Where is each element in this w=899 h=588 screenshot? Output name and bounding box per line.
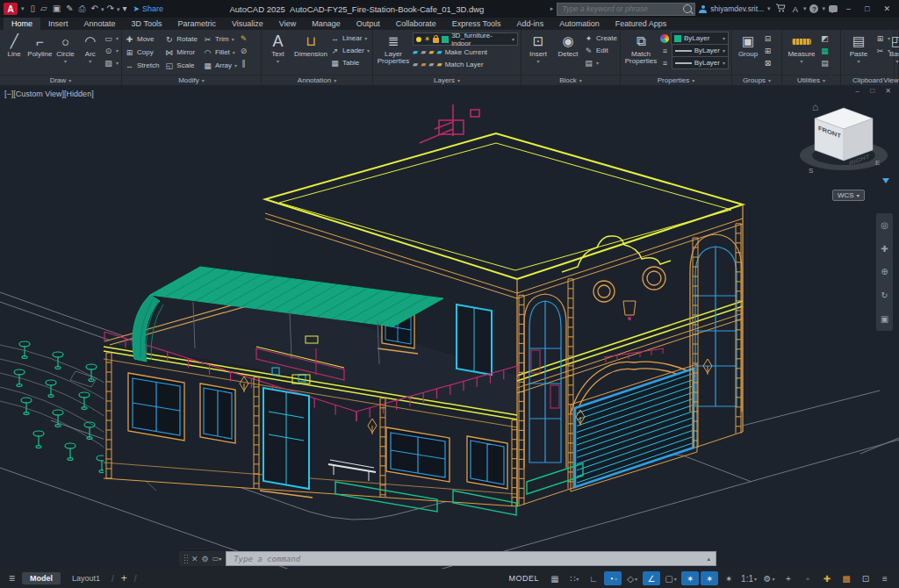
wcs-dropdown[interactable]: WCS▾ bbox=[832, 190, 865, 201]
view-panel-label[interactable]: View▾» bbox=[895, 75, 898, 85]
command-input[interactable] bbox=[232, 554, 707, 564]
ungroup-button[interactable]: ⊟ bbox=[763, 32, 773, 44]
quick-select-button[interactable]: ◩ bbox=[820, 32, 830, 44]
create-block-button[interactable]: ✦Create bbox=[584, 32, 617, 44]
ribbon-tab-view[interactable]: View bbox=[271, 18, 304, 30]
group-select-button[interactable]: ⊠ bbox=[763, 57, 773, 68]
autocad-logo-icon[interactable]: A bbox=[4, 3, 18, 15]
new-layout-button[interactable]: + bbox=[118, 572, 131, 584]
command-customize-wrench-icon[interactable]: ⚙ bbox=[202, 555, 209, 563]
calculator-button[interactable]: ▤ bbox=[820, 57, 830, 68]
plot-icon[interactable]: ⎙ bbox=[76, 4, 89, 13]
erase-button[interactable]: ✎ bbox=[239, 32, 248, 44]
object-color-dropdown[interactable]: ByLayer▾ bbox=[671, 32, 729, 45]
app-menu-caret-icon[interactable]: ▾ bbox=[21, 5, 25, 12]
search-icon[interactable] bbox=[683, 4, 692, 13]
make-current-row[interactable]: ▰ ▰ ▰ ▰ Make Current bbox=[413, 47, 518, 58]
layer-dropdown[interactable]: ☀ 3D_furniture-indoor ▾ bbox=[413, 32, 518, 46]
circle-button[interactable]: ○Circle▾ bbox=[54, 32, 76, 64]
rectangle-button[interactable]: ▭▾ bbox=[104, 32, 119, 44]
user-name[interactable]: shiyamdev.srit... bbox=[710, 4, 764, 13]
copy-clip-button[interactable]: ⊞▾ bbox=[875, 32, 890, 44]
app-store-cart-icon[interactable] bbox=[774, 4, 788, 14]
properties-panel-label[interactable]: Properties▾ bbox=[621, 75, 731, 85]
ribbon-tab-insert[interactable]: Insert bbox=[40, 18, 76, 30]
base-button[interactable]: ◰Base▾ bbox=[889, 32, 899, 64]
ribbon-tab-automation[interactable]: Automation bbox=[551, 18, 608, 30]
pan-icon[interactable]: ✚ bbox=[881, 244, 888, 254]
command-grip-handle[interactable] bbox=[183, 554, 188, 563]
rotate-button[interactable]: ↻Rotate bbox=[164, 33, 198, 45]
annotation-scale-icon[interactable]: ✶ bbox=[720, 571, 737, 585]
modify-panel-label[interactable]: Modify▾ bbox=[122, 75, 261, 85]
recent-commands-icon[interactable]: ▭▾ bbox=[212, 555, 222, 563]
isolate-objects-icon[interactable]: ✚ bbox=[818, 571, 836, 585]
user-avatar-icon[interactable] bbox=[699, 5, 707, 13]
osnap-icon[interactable]: ▢▾ bbox=[662, 571, 680, 585]
match-properties-button[interactable]: ⧉Match Properties bbox=[623, 32, 658, 66]
mirror-button[interactable]: ⋈Mirror bbox=[164, 47, 198, 58]
help-caret-icon[interactable]: ▾ bbox=[822, 5, 825, 12]
groups-panel-label[interactable]: Groups▾ bbox=[732, 75, 781, 85]
layout-menu-icon[interactable]: ≡ bbox=[5, 572, 18, 584]
copy-button[interactable]: ⊞Copy bbox=[125, 47, 159, 58]
ribbon-tab-manage[interactable]: Manage bbox=[304, 18, 349, 30]
ortho-icon[interactable]: ∟ bbox=[585, 571, 602, 585]
osnap-tracking-icon[interactable]: ∠ bbox=[643, 571, 660, 585]
layer-properties-button[interactable]: ≣Layer Properties bbox=[376, 32, 411, 66]
fillet-button[interactable]: ◠Fillet▾ bbox=[203, 47, 237, 58]
linear-button[interactable]: ↔Linear▾ bbox=[330, 32, 370, 44]
ribbon-tab-visualize[interactable]: Visualize bbox=[224, 18, 271, 30]
leader-button[interactable]: ↗Leader▾ bbox=[330, 45, 370, 56]
command-history-caret-icon[interactable]: ▴ bbox=[707, 556, 710, 563]
search-input[interactable] bbox=[560, 4, 683, 14]
grid-icon[interactable]: ▦ bbox=[546, 571, 564, 585]
autodesk-caret-icon[interactable]: ▾ bbox=[803, 5, 807, 12]
save-icon[interactable]: ▣ bbox=[50, 4, 63, 13]
annotation-scale-value[interactable]: 1:1▾ bbox=[739, 571, 759, 585]
edit-block-button[interactable]: ✎Edit bbox=[584, 45, 617, 56]
redo-icon[interactable]: ↷ bbox=[104, 4, 116, 13]
trim-button[interactable]: ✂Trim▾ bbox=[203, 33, 237, 45]
ribbon-tab-home[interactable]: Home bbox=[4, 18, 40, 30]
layout1-tab[interactable]: Layout1 bbox=[64, 572, 108, 584]
command-close-icon[interactable]: ✕ bbox=[191, 555, 198, 563]
hatch-button[interactable]: ▨▾ bbox=[104, 57, 119, 68]
snap-icon[interactable]: ∷▾ bbox=[565, 571, 583, 585]
block-attributes-button[interactable]: ▤▾ bbox=[584, 57, 617, 68]
qat-customize-icon[interactable]: ▾ bbox=[119, 4, 129, 13]
annotation-panel-label[interactable]: Annotation▾ bbox=[262, 75, 372, 85]
viewcube-home-icon[interactable]: ⌂ bbox=[812, 101, 818, 113]
command-line-bar[interactable]: ✕ ⚙ ▭▾ ▴ bbox=[179, 551, 716, 566]
match-layer-row[interactable]: ▰ ▰ ▰ ▰ Match Layer bbox=[413, 59, 518, 70]
group-edit-button[interactable]: ⊞ bbox=[763, 45, 773, 56]
draw-panel-label[interactable]: Draw▾ bbox=[0, 75, 121, 85]
customize-icon[interactable]: ≡ bbox=[876, 571, 894, 585]
block-panel-label[interactable]: Block▾ bbox=[521, 75, 620, 85]
polyline-button[interactable]: ⌐Polyline bbox=[27, 32, 52, 58]
annotation-autoscale-icon[interactable]: ✶ bbox=[701, 571, 718, 585]
stretch-button[interactable]: ↔Stretch bbox=[125, 60, 159, 71]
viewport-controls-label[interactable]: [−][Custom View][Hidden] bbox=[4, 90, 94, 98]
orbit-icon[interactable]: ↻ bbox=[881, 290, 888, 300]
open-folder-icon[interactable]: ▱ bbox=[38, 4, 50, 13]
undo-icon[interactable]: ↶ bbox=[89, 4, 101, 13]
ribbon-tab-featured-apps[interactable]: Featured Apps bbox=[608, 18, 675, 30]
save-as-icon[interactable]: ✎ bbox=[63, 4, 76, 13]
text-button[interactable]: AText▾ bbox=[264, 32, 291, 64]
group-button[interactable]: ▣Group bbox=[735, 32, 761, 58]
annotation-visibility-icon[interactable]: ✶ bbox=[681, 571, 699, 585]
ellipse-button[interactable]: ⊙▾ bbox=[104, 45, 119, 56]
model-tab[interactable]: Model bbox=[22, 572, 61, 584]
drawing-viewport[interactable]: [−][Custom View][Hidden] – □ ✕ bbox=[0, 85, 899, 569]
close-button[interactable]: ✕ bbox=[878, 4, 895, 13]
insert-button[interactable]: ⊡Insert▾ bbox=[524, 32, 552, 64]
zoom-icon[interactable]: ⊕ bbox=[881, 267, 888, 276]
lineweight-dropdown[interactable]: ByLayer▾ bbox=[672, 44, 729, 57]
steering-wheel-icon[interactable]: ◎ bbox=[881, 220, 888, 230]
user-menu-caret-icon[interactable]: ▾ bbox=[767, 5, 771, 12]
ribbon-tab-parametric[interactable]: Parametric bbox=[169, 18, 224, 30]
plus-icon[interactable]: + bbox=[780, 571, 797, 585]
linetype-dropdown[interactable]: ByLayer▾ bbox=[672, 56, 729, 69]
feedback-chat-icon[interactable] bbox=[829, 5, 838, 12]
